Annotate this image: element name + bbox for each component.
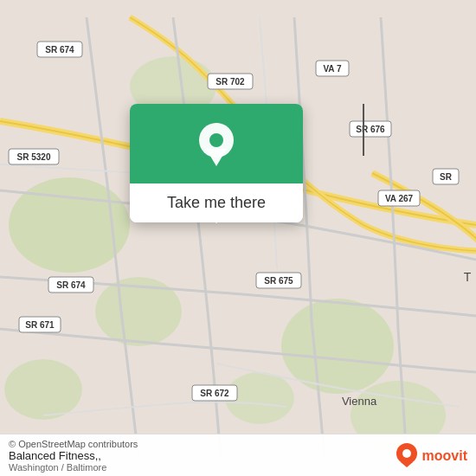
svg-text:VA 7: VA 7 <box>323 64 342 74</box>
map-svg: SR 674 SR 702 VA 7 SR 5320 SR 676 VA 267… <box>0 0 476 476</box>
svg-text:SR 5320: SR 5320 <box>17 152 51 162</box>
moovit-pin-icon <box>395 443 419 469</box>
svg-text:Vienna: Vienna <box>342 395 377 408</box>
moovit-text: moovit <box>422 448 467 464</box>
svg-text:SR 674: SR 674 <box>56 280 86 290</box>
svg-text:SR 675: SR 675 <box>264 276 293 286</box>
popup-card: Take me there <box>130 104 303 222</box>
svg-text:SR 674: SR 674 <box>45 45 74 55</box>
svg-text:SR: SR <box>440 172 453 182</box>
bottom-left-info: © OpenStreetMap contributors Balanced Fi… <box>9 439 138 473</box>
svg-text:SR 672: SR 672 <box>200 389 229 398</box>
svg-point-37 <box>402 449 411 458</box>
svg-marker-38 <box>401 462 413 467</box>
popup-green-area <box>130 104 303 183</box>
bottom-bar: © OpenStreetMap contributors Balanced Fi… <box>0 434 476 476</box>
moovit-logo: moovit <box>395 443 467 469</box>
svg-text:SR 702: SR 702 <box>215 77 245 87</box>
svg-point-34 <box>209 133 223 147</box>
svg-text:SR 671: SR 671 <box>25 320 55 330</box>
location-pin-icon <box>197 123 235 168</box>
location-name: Balanced Fitness,, <box>9 449 138 462</box>
region-label: Washington / Baltimore <box>9 462 138 473</box>
svg-text:T: T <box>464 270 472 284</box>
map-container: SR 674 SR 702 VA 7 SR 5320 SR 676 VA 267… <box>0 0 476 476</box>
svg-text:VA 267: VA 267 <box>385 194 414 203</box>
osm-credit: © OpenStreetMap contributors <box>9 439 138 449</box>
svg-text:SR 676: SR 676 <box>356 125 385 134</box>
svg-point-6 <box>4 359 82 420</box>
popup-triangle <box>205 211 228 223</box>
svg-marker-35 <box>206 149 227 166</box>
